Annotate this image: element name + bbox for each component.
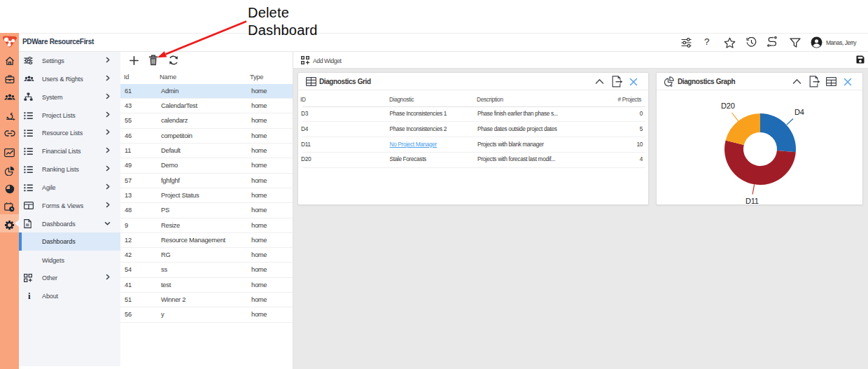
svg-text:D20: D20 xyxy=(721,102,735,110)
svg-text:D4: D4 xyxy=(794,108,804,116)
svg-text:D11: D11 xyxy=(746,197,759,205)
